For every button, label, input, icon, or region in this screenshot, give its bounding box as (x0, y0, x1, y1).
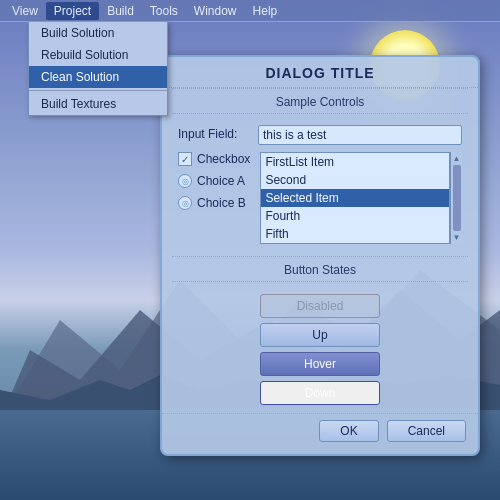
radio-a-label: Choice A (197, 174, 245, 188)
button-states-label: Button States (172, 256, 468, 282)
listbox-container: FirstList Item Second Selected Item Four… (260, 152, 462, 244)
list-item-3[interactable]: Fourth (261, 207, 449, 225)
buttons-section: Disabled Up Hover Down (162, 290, 478, 409)
input-field-label: Input Field: (178, 125, 258, 141)
menu-item-view[interactable]: View (4, 2, 46, 20)
ok-button[interactable]: OK (319, 420, 378, 442)
radio-a[interactable]: ◎ (178, 174, 192, 188)
checkbox-label: Checkbox (197, 152, 250, 166)
radio-b-label: Choice B (197, 196, 246, 210)
radio-b-row[interactable]: ◎ Choice B (178, 196, 250, 210)
button-down[interactable]: Down (260, 381, 380, 405)
controls-row: ✓ Checkbox ◎ Choice A ◎ Choice B FirstLi… (162, 148, 478, 248)
dropdown-menu: Build Solution Rebuild Solution Clean So… (28, 22, 168, 116)
button-up[interactable]: Up (260, 323, 380, 347)
input-field-row: Input Field: (162, 122, 478, 148)
menu-item-window[interactable]: Window (186, 2, 245, 20)
dropdown-item-build-solution[interactable]: Build Solution (29, 22, 167, 44)
dialog-footer: OK Cancel (162, 413, 478, 444)
dropdown-item-clean-solution[interactable]: Clean Solution (29, 66, 167, 88)
checkbox-row[interactable]: ✓ Checkbox (178, 152, 250, 166)
input-field[interactable] (258, 125, 462, 145)
menubar: View Project Build Tools Window Help (0, 0, 500, 22)
cancel-button[interactable]: Cancel (387, 420, 466, 442)
list-item-1[interactable]: Second (261, 171, 449, 189)
button-hover[interactable]: Hover (260, 352, 380, 376)
listbox[interactable]: FirstList Item Second Selected Item Four… (260, 152, 450, 244)
menu-item-build[interactable]: Build (99, 2, 142, 20)
list-item-4[interactable]: Fifth (261, 225, 449, 243)
left-controls: ✓ Checkbox ◎ Choice A ◎ Choice B (178, 152, 250, 244)
menu-item-tools[interactable]: Tools (142, 2, 186, 20)
dropdown-separator (29, 90, 167, 91)
dialog: DIALOG TITLE Sample Controls Input Field… (160, 55, 480, 456)
menu-item-help[interactable]: Help (245, 2, 286, 20)
radio-b[interactable]: ◎ (178, 196, 192, 210)
button-disabled: Disabled (260, 294, 380, 318)
list-item-0[interactable]: FirstList Item (261, 153, 449, 171)
checkbox[interactable]: ✓ (178, 152, 192, 166)
sample-controls-label: Sample Controls (172, 88, 468, 114)
listbox-scrollbar[interactable]: ▲ ▼ (450, 152, 462, 244)
dropdown-item-build-textures[interactable]: Build Textures (29, 93, 167, 115)
dropdown-item-rebuild-solution[interactable]: Rebuild Solution (29, 44, 167, 66)
dialog-title: DIALOG TITLE (162, 57, 478, 88)
list-item-2[interactable]: Selected Item (261, 189, 449, 207)
radio-a-row[interactable]: ◎ Choice A (178, 174, 250, 188)
menu-item-project[interactable]: Project (46, 2, 99, 20)
